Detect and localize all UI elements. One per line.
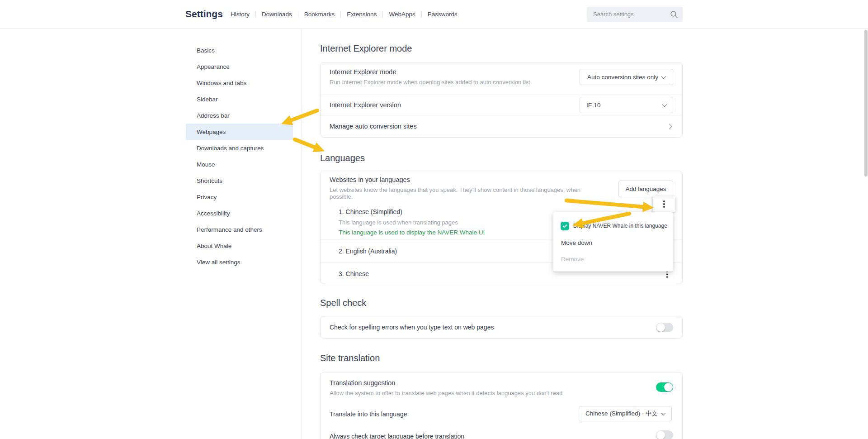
add-languages-button[interactable]: Add languages — [618, 181, 673, 197]
nav-downloads[interactable]: Downloads — [256, 11, 298, 18]
spell-check-toggle[interactable] — [656, 323, 673, 332]
kebab-menu-icon[interactable] — [666, 271, 668, 278]
sidebar-item-mouse[interactable]: Mouse — [186, 156, 293, 172]
chevron-right-icon — [666, 124, 672, 129]
sidebar-item-basics[interactable]: Basics — [186, 42, 293, 58]
check-target-language-toggle[interactable] — [656, 430, 673, 439]
section-title-ie-mode: Internet Explorer mode — [320, 43, 412, 54]
translate-language-select[interactable]: Chinese (Simplified) - 中文 — [579, 406, 672, 421]
chevron-down-icon — [662, 102, 667, 107]
page-title: Settings — [185, 9, 223, 19]
language-options-menu: Display NAVER Whale in this language Mov… — [553, 212, 673, 272]
section-title-site-translation: Site translation — [320, 353, 380, 363]
checkmark-icon — [562, 223, 568, 229]
sidebar-item-performance-and-others[interactable]: Performance and others — [186, 221, 293, 238]
header: Settings History Downloads Bookmarks Ext… — [0, 0, 868, 29]
menu-item-display-language[interactable]: Display NAVER Whale in this language — [553, 218, 673, 234]
translation-suggestion-sublabel: Allow the system to offer to translate w… — [330, 390, 642, 396]
sidebar-item-sidebar[interactable]: Sidebar — [186, 91, 293, 107]
spell-check-row: Check for spelling errors when you type … — [321, 316, 682, 338]
sidebar-item-privacy[interactable]: Privacy — [186, 189, 293, 205]
languages-header-row: Websites in your languages Let websites … — [321, 171, 682, 204]
chevron-down-icon — [660, 410, 665, 415]
ie-mode-row: Internet Explorer mode Run Internet Expl… — [321, 62, 682, 95]
sidebar-item-appearance[interactable]: Appearance — [186, 58, 293, 75]
translation-suggestion-toggle[interactable] — [656, 382, 673, 392]
ie-version-select-value: IE 10 — [586, 102, 601, 109]
translate-into-label: Translate into this language — [330, 410, 407, 418]
language-name: 3. Chinese — [339, 270, 369, 277]
ie-version-select[interactable]: IE 10 — [580, 97, 673, 113]
manage-auto-conversion-row[interactable]: Manage auto conversion sites — [321, 115, 682, 137]
translation-suggestion-label: Translation suggestion — [330, 379, 642, 387]
header-nav: History Downloads Bookmarks Extensions W… — [231, 0, 463, 29]
section-title-languages: Languages — [320, 153, 365, 163]
spell-check-label: Check for spelling errors when you type … — [330, 324, 494, 331]
language-kebab-button[interactable] — [653, 196, 675, 212]
sidebar-item-address-bar[interactable]: Address bar — [186, 107, 293, 124]
ie-version-row: Internet Explorer version IE 10 — [321, 95, 682, 115]
ie-mode-select[interactable]: Auto conversion sites only — [580, 69, 673, 85]
section-title-spell-check: Spell check — [320, 298, 366, 308]
site-translation-card: Translation suggestion Allow the system … — [320, 372, 683, 439]
sidebar-item-windows-and-tabs[interactable]: Windows and tabs — [186, 75, 293, 91]
scrollbar-thumb[interactable] — [864, 30, 868, 177]
translate-language-select-value: Chinese (Simplified) - 中文 — [585, 410, 658, 418]
menu-item-remove: Remove — [553, 251, 673, 267]
translation-suggestion-row: Translation suggestion Allow the system … — [330, 379, 642, 396]
nav-extensions[interactable]: Extensions — [341, 11, 382, 18]
search-icon — [670, 10, 678, 19]
ie-mode-label: Internet Explorer mode — [330, 68, 574, 76]
websites-languages-label: Websites in your languages — [330, 176, 601, 183]
chevron-down-icon — [661, 74, 666, 79]
sidebar-item-about-whale[interactable]: About Whale — [186, 238, 293, 254]
ie-mode-sublabel: Run Internet Explorer mode when opening … — [330, 79, 574, 86]
kebab-menu-icon — [663, 200, 665, 208]
spell-check-card: Check for spelling errors when you type … — [320, 316, 683, 339]
sidebar-item-view-all-settings[interactable]: View all settings — [186, 254, 293, 270]
sidebar-item-accessibility[interactable]: Accessibility — [186, 205, 293, 221]
ie-mode-select-value: Auto conversion sites only — [587, 74, 658, 81]
nav-bookmarks[interactable]: Bookmarks — [298, 11, 341, 18]
language-name: 2. English (Australia) — [339, 248, 397, 255]
sidebar-item-downloads-and-captures[interactable]: Downloads and captures — [186, 140, 293, 156]
search-input[interactable] — [593, 11, 670, 18]
check-target-language-label: Always check target language before tran… — [330, 433, 464, 439]
manage-auto-conversion-label: Manage auto conversion sites — [330, 123, 417, 130]
websites-languages-description: Let websites know the languages that you… — [330, 186, 601, 200]
sidebar-item-shortcuts[interactable]: Shortcuts — [186, 172, 293, 189]
sidebar-item-webpages[interactable]: Webpages — [186, 124, 293, 140]
menu-item-move-down[interactable]: Move down — [553, 234, 673, 251]
search-box[interactable] — [587, 7, 683, 22]
sidebar-divider — [302, 29, 302, 439]
nav-webapps[interactable]: WebApps — [383, 11, 421, 18]
nav-passwords[interactable]: Passwords — [422, 11, 463, 18]
display-language-label: Display NAVER Whale in this language — [573, 223, 667, 229]
settings-sidebar: Basics Appearance Windows and tabs Sideb… — [186, 42, 293, 270]
ie-mode-card: Internet Explorer mode Run Internet Expl… — [320, 62, 683, 138]
nav-history[interactable]: History — [231, 11, 255, 18]
display-language-checkbox[interactable] — [561, 222, 569, 230]
ie-version-label: Internet Explorer version — [330, 101, 401, 109]
